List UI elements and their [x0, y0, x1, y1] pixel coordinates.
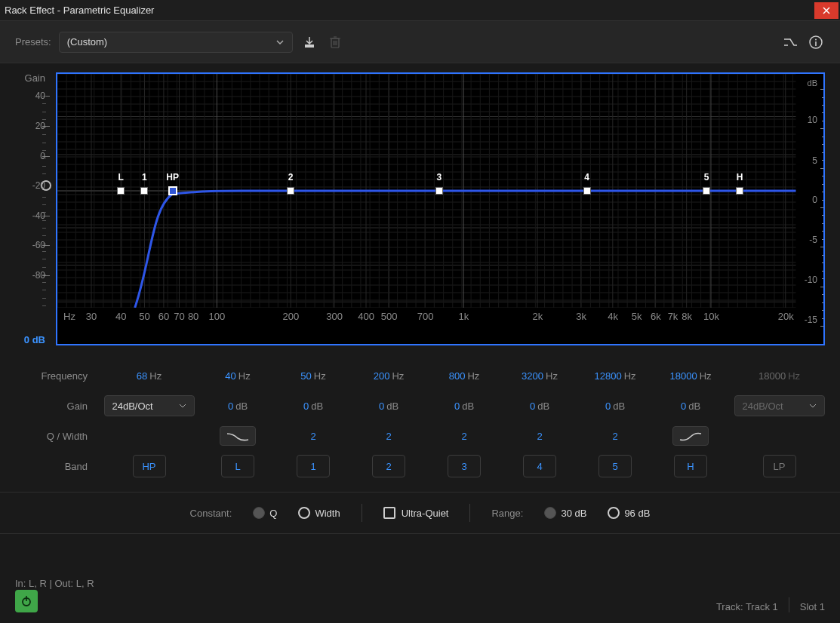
band2-q[interactable]: 2: [386, 431, 391, 442]
range-96-radio[interactable]: 96 dB: [608, 507, 650, 519]
band-hp-toggle[interactable]: HP: [133, 455, 166, 477]
band4-frequency[interactable]: 3200Hz: [522, 370, 558, 382]
constant-width-radio[interactable]: Width: [298, 507, 340, 519]
left-tick: -80: [32, 270, 45, 281]
band-row-label: Band: [15, 453, 98, 480]
high-shelf-icon: [679, 431, 702, 441]
l-frequency[interactable]: 40Hz: [225, 370, 250, 382]
band-4-toggle[interactable]: 4: [523, 455, 556, 477]
band2-frequency[interactable]: 200Hz: [374, 370, 405, 382]
band4-q[interactable]: 2: [537, 431, 542, 442]
h-frequency[interactable]: 18000Hz: [669, 370, 711, 382]
info-icon: [809, 35, 823, 49]
eq-point-1[interactable]: [140, 187, 148, 195]
band3-q[interactable]: 2: [461, 431, 466, 442]
constant-q-radio[interactable]: Q: [253, 507, 277, 519]
right-tick: 0: [812, 195, 817, 205]
x-tick: 20k: [778, 311, 794, 322]
right-tick: 5: [812, 155, 817, 166]
range-label: Range:: [491, 508, 523, 519]
band-1-toggle[interactable]: 1: [297, 455, 330, 477]
left-tick: -60: [32, 240, 45, 250]
band-2-toggle[interactable]: 2: [372, 455, 405, 477]
x-tick: 7k: [668, 311, 678, 322]
eq-point-h[interactable]: [736, 187, 743, 195]
x-tick: 50: [139, 311, 149, 322]
hp-slope-dropdown[interactable]: 24dB/Oct: [104, 395, 195, 416]
x-tick: 700: [417, 311, 434, 322]
band3-frequency[interactable]: 800Hz: [449, 370, 480, 382]
eq-point-3[interactable]: [435, 187, 443, 195]
lp-slope-dropdown[interactable]: 24dB/Oct: [734, 395, 825, 416]
hp-frequency[interactable]: 68Hz: [137, 370, 162, 382]
band-h-toggle[interactable]: H: [674, 455, 707, 477]
power-toggle[interactable]: [15, 590, 38, 612]
eq-point-hp[interactable]: [168, 186, 177, 195]
range-30-radio[interactable]: 30 dB: [544, 507, 586, 519]
master-gain-value[interactable]: 0 dB: [24, 334, 45, 345]
divider: [469, 504, 470, 522]
x-tick: 10k: [703, 311, 719, 322]
main-panel: Gain 40200-20-40-60-80 0 dB L1HP2345H Hz…: [0, 63, 840, 534]
x-tick: 40: [115, 311, 126, 322]
band4-gain[interactable]: 0dB: [530, 400, 549, 412]
close-button[interactable]: [814, 2, 838, 19]
band-l-toggle[interactable]: L: [221, 455, 254, 477]
save-preset-button[interactable]: [300, 33, 318, 51]
left-tick: 40: [35, 91, 45, 101]
x-axis: Hz 3040506070801002003004005007001k2k3k4…: [57, 308, 823, 326]
band5-q[interactable]: 2: [612, 431, 617, 442]
checkbox-icon: [383, 507, 395, 519]
divider: [362, 504, 362, 522]
frequency-row-label: Frequency: [15, 362, 98, 389]
x-tick: 4k: [608, 311, 618, 322]
delete-preset-button[interactable]: [326, 33, 344, 51]
x-tick: 2k: [532, 311, 543, 322]
presets-dropdown[interactable]: (Custom): [59, 32, 293, 53]
band1-frequency[interactable]: 50Hz: [300, 370, 325, 382]
band-3-toggle[interactable]: 3: [448, 455, 481, 477]
radio-icon: [608, 507, 620, 519]
save-icon: [303, 35, 316, 49]
band3-gain[interactable]: 0dB: [454, 400, 474, 412]
eq-point-2[interactable]: [287, 187, 294, 195]
svg-rect-116: [26, 596, 27, 601]
gain-row-label: Gain: [15, 392, 98, 419]
x-tick: 70: [174, 311, 184, 322]
eq-point-5[interactable]: [703, 187, 710, 195]
x-tick: 30: [86, 311, 97, 322]
band2-gain[interactable]: 0dB: [379, 400, 398, 412]
window-title: Rack Effect - Parametric Equalizer: [0, 5, 814, 16]
ultra-quiet-checkbox[interactable]: Ultra-Quiet: [383, 507, 449, 519]
svg-rect-4: [815, 41, 817, 46]
svg-point-3: [815, 38, 817, 40]
eq-chart[interactable]: L1HP2345H Hz 304050607080100200300400500…: [56, 72, 825, 345]
routing-icon: [783, 37, 797, 48]
h-gain[interactable]: 0dB: [681, 400, 700, 412]
l-gain[interactable]: 0dB: [228, 400, 248, 412]
info-button[interactable]: [807, 33, 825, 51]
radio-icon: [298, 507, 310, 519]
lp-frequency[interactable]: 18000Hz: [758, 370, 800, 382]
band-lp-toggle[interactable]: LP: [763, 455, 796, 477]
band5-gain[interactable]: 0dB: [605, 400, 625, 412]
band1-q[interactable]: 2: [310, 431, 315, 442]
eq-point-4[interactable]: [583, 187, 591, 195]
h-shelf-shape[interactable]: [672, 426, 709, 446]
eq-point-l[interactable]: [117, 187, 125, 195]
svg-rect-0: [305, 44, 314, 48]
routing-button[interactable]: [781, 33, 799, 51]
footer: In: L, R | Out: L, R Track: Track 1 Slot…: [0, 575, 840, 623]
radio-icon: [544, 507, 556, 519]
band5-frequency[interactable]: 12800Hz: [594, 370, 635, 382]
slot-label: Slot 1: [800, 601, 825, 612]
trash-icon: [329, 35, 341, 49]
x-tick: 6k: [651, 311, 661, 322]
x-tick: 8k: [682, 311, 692, 322]
x-tick: 400: [358, 311, 374, 322]
band1-gain[interactable]: 0dB: [303, 400, 323, 412]
band-5-toggle[interactable]: 5: [598, 455, 632, 477]
track-label: Track: Track 1: [716, 601, 778, 612]
l-shelf-shape[interactable]: [220, 426, 256, 446]
right-tick: -10: [805, 275, 817, 285]
